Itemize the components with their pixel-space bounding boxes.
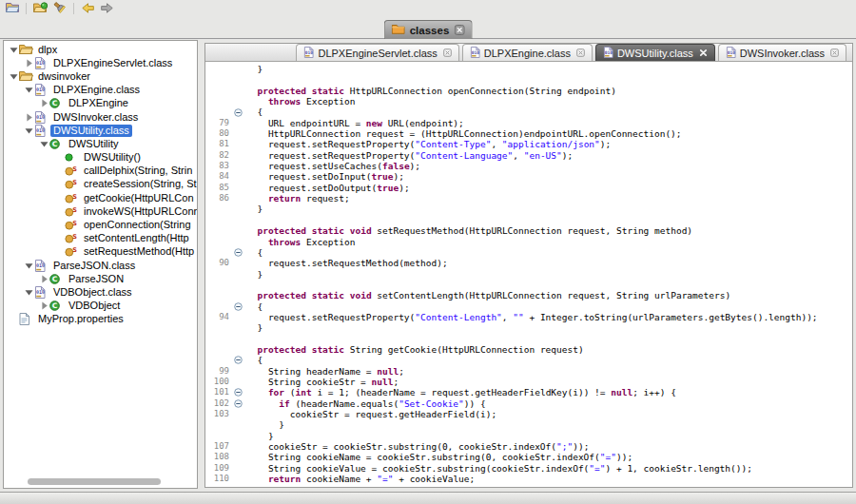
tree-item-dwsutility-class[interactable]: 010DWSUtility.class xyxy=(4,124,197,137)
collapse-icon[interactable] xyxy=(23,126,34,135)
tree-item-setcontentlength-http[interactable]: SsetContentLength(Http xyxy=(4,232,197,245)
tree-item-vdbobject[interactable]: CVDBObject xyxy=(4,300,197,313)
fold-marker[interactable] xyxy=(229,398,246,409)
tree-item-dwsutility[interactable]: DWSUtility() xyxy=(4,151,197,165)
editor-tab-dlpxengineservlet-class[interactable]: 010DLPXEngineServlet.class xyxy=(296,44,458,61)
code-text: { xyxy=(246,301,263,312)
tree-item-dwsinvoker-class[interactable]: 010DWSInvoker.class xyxy=(4,110,197,124)
tree-item-calldelphix-string-strin[interactable]: ScallDelphix(String, Strin xyxy=(4,165,197,178)
tree-item-dlpxengine-class[interactable]: 010DLPXEngine.class xyxy=(4,84,197,97)
svg-text:C: C xyxy=(52,100,58,108)
tree-item-label: setContentLength(Http xyxy=(81,232,192,244)
fold-spacer xyxy=(229,237,246,247)
code-line: 101 for (int i = 1; (headerName = reques… xyxy=(205,387,852,397)
collapse-icon[interactable] xyxy=(23,262,34,270)
line-number: 79 xyxy=(205,118,229,128)
close-icon[interactable] xyxy=(699,48,708,57)
tree-item-dwsinvoker[interactable]: dwsinvoker xyxy=(4,69,197,83)
tree-item-myprop-properties[interactable]: MyProp.properties xyxy=(4,313,197,326)
tree-item-parsejson-class[interactable]: 010ParseJSON.class xyxy=(4,259,197,272)
code-editor[interactable]: } protected static HttpURLConnection ope… xyxy=(205,62,852,487)
collapse-icon[interactable] xyxy=(38,140,49,148)
expand-icon[interactable] xyxy=(23,113,34,122)
tree-item-dwsutility[interactable]: CDWSUtility xyxy=(4,137,197,150)
open-file-button[interactable] xyxy=(4,2,20,15)
code-text: cookieStr = request.getHeaderField(i); xyxy=(246,409,496,419)
tree-item-getcookie-httpurlcon[interactable]: SgetCookie(HttpURLCon xyxy=(4,191,197,204)
collapse-icon[interactable] xyxy=(8,72,19,81)
tree-hscrollbar-thumb[interactable] xyxy=(28,478,161,485)
class-file-icon: 010 xyxy=(34,57,50,69)
line-number xyxy=(205,74,229,85)
code-line: protected static void setContentLength(H… xyxy=(205,290,852,300)
folder-open-icon xyxy=(19,44,35,55)
expand-icon[interactable] xyxy=(38,301,49,310)
fold-spacer xyxy=(229,269,246,280)
tree-item-dlpx[interactable]: dlpx xyxy=(4,43,197,56)
code-line: } xyxy=(205,419,852,430)
expand-icon[interactable] xyxy=(23,59,34,68)
tree-item-parsejson[interactable]: CParseJSON xyxy=(4,272,197,285)
forward-button[interactable] xyxy=(99,2,115,15)
fold-marker[interactable] xyxy=(229,107,246,117)
editor-tab-dwsutility-class[interactable]: 010DWSUtility.class xyxy=(595,44,715,61)
class-file-icon: 010 xyxy=(470,47,480,60)
tree-item-dlpxengineservlet-class[interactable]: 010DLPXEngineServlet.class xyxy=(4,56,197,69)
class-icon: C xyxy=(49,274,66,284)
method-static-icon: S xyxy=(65,233,81,243)
code-line: 99 String headerName = null; xyxy=(205,366,852,377)
fold-marker[interactable] xyxy=(229,247,246,258)
expand-icon[interactable] xyxy=(38,99,49,107)
collapse-icon[interactable] xyxy=(23,86,34,94)
tree-item-setrequestmethod-http[interactable]: SsetRequestMethod(Http xyxy=(4,245,197,259)
properties-file-icon xyxy=(19,313,35,325)
class-file-icon: 010 xyxy=(34,84,50,96)
class-file-icon: 010 xyxy=(34,111,50,124)
method-static-icon: S xyxy=(65,246,81,257)
line-number xyxy=(205,204,229,214)
tree-item-vdbobject-class[interactable]: 010VDBObject.class xyxy=(4,285,197,299)
tree-item-invokews-httpurlconn[interactable]: SinvokeWS(HttpURLConn xyxy=(4,204,197,218)
fold-spacer xyxy=(229,258,246,268)
line-number: 99 xyxy=(205,366,229,377)
code-text: { xyxy=(246,107,263,117)
line-number: 103 xyxy=(205,409,229,419)
code-line: 84 request.setDoInput(true); xyxy=(205,171,852,182)
close-icon[interactable] xyxy=(454,25,464,35)
close-icon[interactable] xyxy=(443,48,452,57)
fold-marker[interactable] xyxy=(229,301,246,312)
code-line: 81 request.setRequestProperty("Content-T… xyxy=(205,139,852,149)
method-static-icon: S xyxy=(65,193,81,204)
code-text: request.setDoOutput(true); xyxy=(246,183,410,193)
line-number: 82 xyxy=(205,150,229,161)
fold-spacer xyxy=(229,183,246,193)
collapse-icon[interactable] xyxy=(23,288,34,297)
close-icon[interactable] xyxy=(576,48,585,57)
code-line: 109 String cookieValue = cookieStr.subst… xyxy=(205,463,852,474)
open-type-button[interactable] xyxy=(32,2,49,15)
editor-tab-label: DWSInvoker.class xyxy=(740,48,825,59)
svg-text:010: 010 xyxy=(36,60,45,66)
fold-marker[interactable] xyxy=(229,387,246,397)
editor-tab-dlpxengine-class[interactable]: 010DLPXEngine.class xyxy=(462,44,593,61)
code-text: request.setRequestProperty("Content-Leng… xyxy=(246,312,818,322)
tree-item-openconnection-string[interactable]: SopenConnection(String xyxy=(4,218,197,231)
expand-icon[interactable] xyxy=(38,275,49,283)
code-line: } xyxy=(205,431,852,441)
line-number xyxy=(205,344,229,355)
collapse-icon[interactable] xyxy=(8,46,19,54)
tree-item-label: DLPXEngine.class xyxy=(50,84,143,96)
code-line: 82 request.setRequestProperty("Content-L… xyxy=(205,150,852,161)
fold-marker[interactable] xyxy=(229,355,246,365)
fold-spacer xyxy=(229,64,246,74)
tree-item-dlpxengine[interactable]: CDLPXEngine xyxy=(4,97,197,110)
fold-spacer xyxy=(229,452,246,462)
workspace-tab-classes[interactable]: classes xyxy=(384,20,473,39)
tree-item-createsession-string-st[interactable]: ScreateSession(String, St xyxy=(4,178,197,191)
back-button[interactable] xyxy=(80,2,96,15)
search-button[interactable] xyxy=(51,2,68,15)
fold-spacer xyxy=(229,344,246,355)
svg-text:010: 010 xyxy=(728,49,736,54)
close-icon[interactable] xyxy=(830,48,839,57)
editor-tab-dwsinvoker-class[interactable]: 010DWSInvoker.class xyxy=(718,44,846,61)
